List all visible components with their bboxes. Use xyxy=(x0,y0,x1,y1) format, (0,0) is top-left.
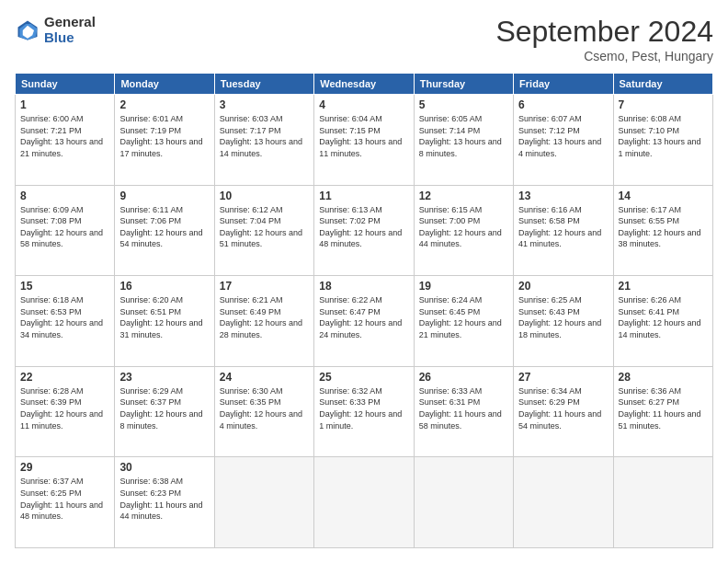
table-row: 15 Sunrise: 6:18 AMSunset: 6:53 PMDaylig… xyxy=(16,276,115,367)
table-row: 10 Sunrise: 6:12 AMSunset: 7:04 PMDaylig… xyxy=(214,185,313,276)
table-row: 8 Sunrise: 6:09 AMSunset: 7:08 PMDayligh… xyxy=(16,185,115,276)
day-number: 16 xyxy=(119,280,209,293)
logo-icon xyxy=(15,17,40,43)
cell-content: Sunrise: 6:08 AMSunset: 7:10 PMDaylight:… xyxy=(619,113,708,159)
calendar-header-row: Sunday Monday Tuesday Wednesday Thursday… xyxy=(16,74,713,95)
table-row xyxy=(214,457,313,548)
table-row: 23 Sunrise: 6:29 AMSunset: 6:37 PMDaylig… xyxy=(115,366,214,457)
cell-content: Sunrise: 6:01 AMSunset: 7:19 PMDaylight:… xyxy=(119,113,209,159)
cell-content: Sunrise: 6:32 AMSunset: 6:33 PMDaylight:… xyxy=(319,385,408,431)
day-number: 20 xyxy=(518,280,608,293)
day-number: 5 xyxy=(419,98,508,111)
day-number: 26 xyxy=(419,371,508,384)
table-row: 13 Sunrise: 6:16 AMSunset: 6:58 PMDaylig… xyxy=(514,185,613,276)
table-row: 7 Sunrise: 6:08 AMSunset: 7:10 PMDayligh… xyxy=(613,95,712,186)
day-number: 8 xyxy=(20,190,109,202)
title-block: September 2024 Csemo, Pest, Hungary xyxy=(495,15,713,63)
col-saturday: Saturday xyxy=(613,74,712,95)
calendar-week-row: 1 Sunrise: 6:00 AMSunset: 7:21 PMDayligh… xyxy=(16,95,713,186)
cell-content: Sunrise: 6:12 AMSunset: 7:04 PMDaylight:… xyxy=(220,204,309,250)
cell-content: Sunrise: 6:05 AMSunset: 7:14 PMDaylight:… xyxy=(419,113,508,159)
day-number: 6 xyxy=(518,98,608,111)
cell-content: Sunrise: 6:17 AMSunset: 6:55 PMDaylight:… xyxy=(619,204,708,250)
location: Csemo, Pest, Hungary xyxy=(495,49,713,63)
table-row: 6 Sunrise: 6:07 AMSunset: 7:12 PMDayligh… xyxy=(514,95,613,186)
table-row: 9 Sunrise: 6:11 AMSunset: 7:06 PMDayligh… xyxy=(115,185,214,276)
day-number: 15 xyxy=(20,280,109,293)
cell-content: Sunrise: 6:30 AMSunset: 6:35 PMDaylight:… xyxy=(220,385,309,431)
cell-content: Sunrise: 6:38 AMSunset: 6:23 PMDaylight:… xyxy=(119,476,209,522)
day-number: 4 xyxy=(319,98,408,111)
cell-content: Sunrise: 6:11 AMSunset: 7:06 PMDaylight:… xyxy=(119,204,209,250)
cell-content: Sunrise: 6:25 AMSunset: 6:43 PMDaylight:… xyxy=(518,294,608,340)
table-row: 27 Sunrise: 6:34 AMSunset: 6:29 PMDaylig… xyxy=(514,366,613,457)
table-row: 25 Sunrise: 6:32 AMSunset: 6:33 PMDaylig… xyxy=(314,366,414,457)
col-thursday: Thursday xyxy=(414,74,513,95)
cell-content: Sunrise: 6:03 AMSunset: 7:17 PMDaylight:… xyxy=(220,113,309,159)
cell-content: Sunrise: 6:07 AMSunset: 7:12 PMDaylight:… xyxy=(518,113,608,159)
day-number: 12 xyxy=(419,190,508,202)
table-row: 29 Sunrise: 6:37 AMSunset: 6:25 PMDaylig… xyxy=(16,457,115,548)
cell-content: Sunrise: 6:20 AMSunset: 6:51 PMDaylight:… xyxy=(119,294,209,340)
day-number: 24 xyxy=(220,371,309,384)
table-row: 16 Sunrise: 6:20 AMSunset: 6:51 PMDaylig… xyxy=(115,276,214,367)
col-sunday: Sunday xyxy=(16,74,115,95)
table-row xyxy=(514,457,613,548)
cell-content: Sunrise: 6:22 AMSunset: 6:47 PMDaylight:… xyxy=(319,294,408,340)
cell-content: Sunrise: 6:28 AMSunset: 6:39 PMDaylight:… xyxy=(20,385,109,431)
logo-blue-text: Blue xyxy=(44,30,96,46)
calendar-table: Sunday Monday Tuesday Wednesday Thursday… xyxy=(15,73,713,548)
table-row: 30 Sunrise: 6:38 AMSunset: 6:23 PMDaylig… xyxy=(115,457,214,548)
day-number: 7 xyxy=(619,98,708,111)
day-number: 30 xyxy=(119,461,209,474)
table-row: 5 Sunrise: 6:05 AMSunset: 7:14 PMDayligh… xyxy=(414,95,513,186)
table-row: 17 Sunrise: 6:21 AMSunset: 6:49 PMDaylig… xyxy=(214,276,313,367)
day-number: 22 xyxy=(20,371,109,384)
col-monday: Monday xyxy=(115,74,214,95)
day-number: 10 xyxy=(220,190,309,202)
cell-content: Sunrise: 6:09 AMSunset: 7:08 PMDaylight:… xyxy=(20,204,109,250)
col-friday: Friday xyxy=(514,74,613,95)
table-row: 4 Sunrise: 6:04 AMSunset: 7:15 PMDayligh… xyxy=(314,95,414,186)
cell-content: Sunrise: 6:15 AMSunset: 7:00 PMDaylight:… xyxy=(419,204,508,250)
table-row: 24 Sunrise: 6:30 AMSunset: 6:35 PMDaylig… xyxy=(214,366,313,457)
day-number: 23 xyxy=(119,371,209,384)
table-row: 2 Sunrise: 6:01 AMSunset: 7:19 PMDayligh… xyxy=(115,95,214,186)
col-tuesday: Tuesday xyxy=(214,74,313,95)
calendar-week-row: 29 Sunrise: 6:37 AMSunset: 6:25 PMDaylig… xyxy=(16,457,713,548)
cell-content: Sunrise: 6:24 AMSunset: 6:45 PMDaylight:… xyxy=(419,294,508,340)
day-number: 27 xyxy=(518,371,608,384)
table-row xyxy=(414,457,513,548)
day-number: 14 xyxy=(619,190,708,202)
table-row: 1 Sunrise: 6:00 AMSunset: 7:21 PMDayligh… xyxy=(16,95,115,186)
table-row: 19 Sunrise: 6:24 AMSunset: 6:45 PMDaylig… xyxy=(414,276,513,367)
logo-general-text: General xyxy=(44,15,96,30)
table-row: 21 Sunrise: 6:26 AMSunset: 6:41 PMDaylig… xyxy=(613,276,712,367)
table-row: 14 Sunrise: 6:17 AMSunset: 6:55 PMDaylig… xyxy=(613,185,712,276)
day-number: 1 xyxy=(20,98,109,111)
table-row: 12 Sunrise: 6:15 AMSunset: 7:00 PMDaylig… xyxy=(414,185,513,276)
day-number: 19 xyxy=(419,280,508,293)
day-number: 13 xyxy=(518,190,608,202)
day-number: 17 xyxy=(220,280,309,293)
cell-content: Sunrise: 6:29 AMSunset: 6:37 PMDaylight:… xyxy=(119,385,209,431)
cell-content: Sunrise: 6:13 AMSunset: 7:02 PMDaylight:… xyxy=(319,204,408,250)
table-row: 22 Sunrise: 6:28 AMSunset: 6:39 PMDaylig… xyxy=(16,366,115,457)
calendar-week-row: 15 Sunrise: 6:18 AMSunset: 6:53 PMDaylig… xyxy=(16,276,713,367)
calendar-week-row: 8 Sunrise: 6:09 AMSunset: 7:08 PMDayligh… xyxy=(16,185,713,276)
cell-content: Sunrise: 6:04 AMSunset: 7:15 PMDaylight:… xyxy=(319,113,408,159)
day-number: 21 xyxy=(619,280,708,293)
cell-content: Sunrise: 6:26 AMSunset: 6:41 PMDaylight:… xyxy=(619,294,708,340)
month-title: September 2024 xyxy=(495,15,713,49)
day-number: 9 xyxy=(119,190,209,202)
day-number: 2 xyxy=(119,98,209,111)
cell-content: Sunrise: 6:33 AMSunset: 6:31 PMDaylight:… xyxy=(419,385,508,431)
table-row xyxy=(613,457,712,548)
logo: General Blue xyxy=(15,15,96,45)
day-number: 29 xyxy=(20,461,109,474)
day-number: 3 xyxy=(220,98,309,111)
table-row: 11 Sunrise: 6:13 AMSunset: 7:02 PMDaylig… xyxy=(314,185,414,276)
col-wednesday: Wednesday xyxy=(314,74,414,95)
cell-content: Sunrise: 6:16 AMSunset: 6:58 PMDaylight:… xyxy=(518,204,608,250)
calendar-week-row: 22 Sunrise: 6:28 AMSunset: 6:39 PMDaylig… xyxy=(16,366,713,457)
